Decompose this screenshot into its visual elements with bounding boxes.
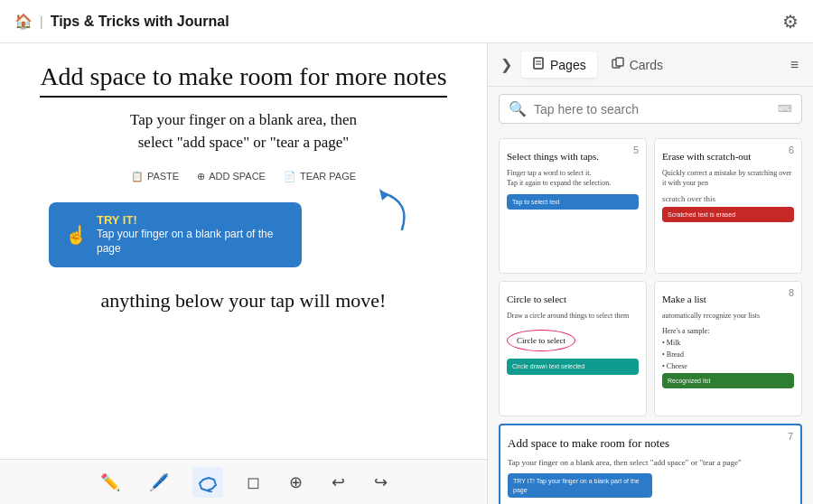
thumb-subtitle-6: Quickly correct a mistake by scratching … <box>662 168 794 188</box>
right-panel: ❯ Pages <box>488 43 813 504</box>
tear-page-icon: 📄 <box>284 171 296 182</box>
tear-page-button[interactable]: 📄 TEAR PAGE <box>280 169 360 184</box>
header-separator: | <box>40 14 43 29</box>
thumb-title-circle: Circle to select <box>507 293 639 305</box>
thumb-bubble-6: Scratched text is erased <box>662 207 794 222</box>
try-it-text: TRY IT! Tap your finger on a blank part … <box>97 213 285 257</box>
thumb-subtitle-circle: Draw a circle around things to select th… <box>507 311 639 321</box>
main-area: Add space to make room for more notes Ta… <box>0 43 813 504</box>
finger-icon: ☝ <box>65 224 88 246</box>
collapse-button[interactable]: ❯ <box>495 52 518 77</box>
redo-tool[interactable]: ↪ <box>369 467 393 498</box>
page-num-8: 8 <box>789 287 794 298</box>
cards-tab[interactable]: Cards <box>601 51 674 78</box>
lasso-tool[interactable] <box>192 467 223 498</box>
thumb-subtitle-5: Finger tap a word to select it.Tap it ag… <box>507 168 639 188</box>
thumb-subtitle-7: Tap your finger on a blank area, then se… <box>508 457 793 469</box>
cards-tab-label: Cards <box>630 58 663 72</box>
search-input[interactable] <box>534 102 771 117</box>
circle-select-demo: Circle to select <box>507 330 575 351</box>
pages-tab-label: Pages <box>550 58 586 72</box>
page-thumbnail-5[interactable]: 5 Select things with taps. Finger tap a … <box>499 138 647 274</box>
svg-marker-0 <box>379 189 388 201</box>
cards-tab-icon <box>612 57 624 72</box>
page-thumbnail-circle[interactable]: Circle to select Draw a circle around th… <box>499 281 647 416</box>
svg-rect-2 <box>534 58 543 69</box>
search-kbd: ⌨ <box>778 103 792 115</box>
tab-container: Pages Cards <box>521 51 780 78</box>
filter-button[interactable]: ≡ <box>783 53 806 77</box>
thumb-bubble-circle: Circle drawn text selected <box>507 359 639 374</box>
canvas-toolbar: 📋 PASTE ⊕ ADD SPACE 📄 TEAR PAGE <box>127 169 360 184</box>
thumb-bubble-7: TRY IT! Tap your finger on a blank part … <box>508 473 652 497</box>
thumb-title-6: Erase with scratch-out <box>662 150 794 163</box>
canvas-bottom-text: anything below your tap will move! <box>101 289 387 313</box>
search-input-wrap: 🔍 ⌨ <box>499 94 802 124</box>
thumb-title-5: Select things with taps. <box>507 150 639 163</box>
try-it-area: ☝ TRY IT! Tap your finger on a blank par… <box>49 202 438 268</box>
svg-rect-6 <box>616 58 623 66</box>
pages-grid: 5 Select things with taps. Finger tap a … <box>488 131 813 504</box>
add-tool[interactable]: ⊕ <box>284 467 308 498</box>
pen-tool[interactable]: ✏️ <box>95 467 126 498</box>
add-space-button[interactable]: ⊕ ADD SPACE <box>193 169 269 184</box>
app-header: 🏠 | Tips & Tricks with Journal ⚙ <box>0 0 813 43</box>
right-panel-header: ❯ Pages <box>488 43 813 87</box>
page-thumbnail-8[interactable]: 8 Make a list automatically recognize yo… <box>654 281 802 416</box>
search-bar: 🔍 ⌨ <box>488 87 813 131</box>
canvas-title: Add space to make room for more notes <box>40 61 446 98</box>
page-thumbnail-7[interactable]: 7 Add space to make room for notes Tap y… <box>499 424 802 504</box>
arrow-svg <box>348 184 420 238</box>
canvas-panel: Add space to make room for more notes Ta… <box>0 43 488 504</box>
header-left: 🏠 | Tips & Tricks with Journal <box>14 13 229 31</box>
thumb-subtitle-8: automatically recognize your lists <box>662 311 794 321</box>
paste-icon: 📋 <box>131 171 144 182</box>
page-title: Tips & Tricks with Journal <box>51 14 229 30</box>
svg-line-1 <box>207 490 212 492</box>
pages-tab[interactable]: Pages <box>521 51 597 78</box>
thumb-title-7: Add space to make room for notes <box>508 436 793 452</box>
gear-icon[interactable]: ⚙ <box>782 11 799 33</box>
undo-tool[interactable]: ↩ <box>326 467 350 498</box>
home-icon[interactable]: 🏠 <box>14 13 33 31</box>
paste-button[interactable]: 📋 PASTE <box>127 169 182 184</box>
eraser-tool[interactable]: ◻ <box>241 467 266 498</box>
thumb-title-8: Make a list <box>662 293 794 305</box>
canvas-content: Add space to make room for more notes Ta… <box>0 43 487 459</box>
scratch-demo: scratch over this <box>662 194 794 203</box>
thumb-bubble-8: Recognized list <box>662 373 794 388</box>
search-icon: 🔍 <box>509 100 527 117</box>
page-thumbnail-6[interactable]: 6 Erase with scratch-out Quickly correct… <box>654 138 802 274</box>
page-num-5: 5 <box>633 145 639 155</box>
thumb-list-8: Here's a sample: • Milk • Bread • Cheese <box>662 326 794 372</box>
try-it-box[interactable]: ☝ TRY IT! Tap your finger on a blank par… <box>49 202 302 268</box>
canvas-subtitle: Tap your finger on a blank area, then se… <box>130 108 357 154</box>
page-num-7: 7 <box>788 431 793 442</box>
add-space-icon: ⊕ <box>197 171 205 182</box>
bottom-toolbar: ✏️ 🖊️ ◻ ⊕ ↩ ↪ <box>0 459 487 504</box>
pages-tab-icon <box>532 57 545 72</box>
page-num-6: 6 <box>789 145 794 155</box>
highlighter-tool[interactable]: 🖊️ <box>144 467 174 498</box>
thumb-bubble-5: Tap to select text <box>507 194 639 210</box>
